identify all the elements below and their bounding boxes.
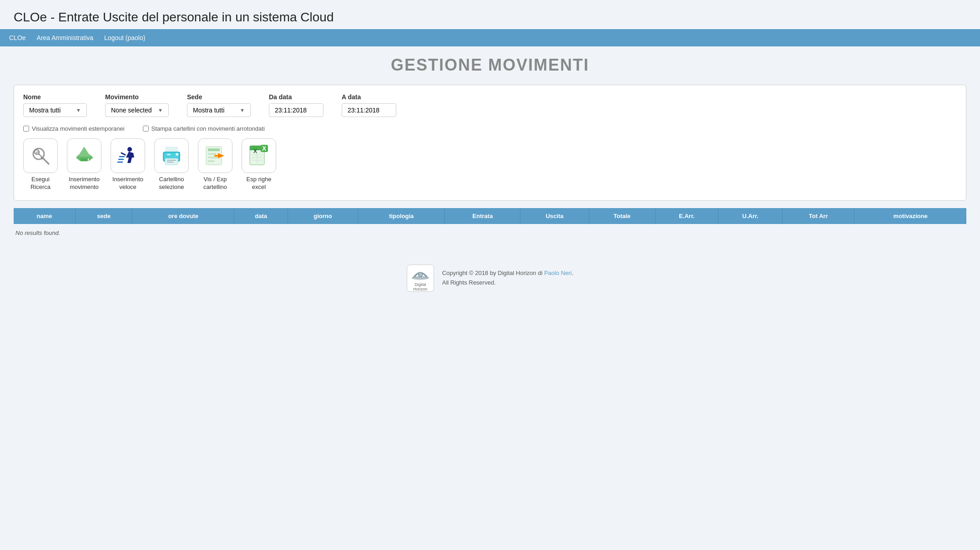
col-uarr: U.Arr. — [718, 208, 783, 224]
chevron-down-icon-3: ▼ — [240, 107, 245, 113]
checkbox-arrotondati[interactable]: Stampa cartellini con movimenti arrotond… — [143, 125, 265, 132]
inserimento-movimento-label: Inserimentomovimento — [69, 176, 100, 191]
fast-icon — [116, 144, 140, 168]
col-tipologia: tipologia — [358, 208, 445, 224]
printer-icon — [160, 144, 183, 168]
filter-a-data-input[interactable] — [342, 103, 396, 117]
action-inserimento-veloce[interactable]: Inserimentoveloce — [111, 138, 145, 191]
filter-da-data: Da data — [269, 93, 323, 117]
action-vis-exp-cartellino[interactable]: Vis / Expcartellino — [198, 138, 232, 191]
col-uscita: Uscita — [520, 208, 589, 224]
footer-copyright: Copyright © 2018 by Digital Horizon di — [442, 270, 544, 276]
svg-rect-18 — [167, 154, 171, 155]
filter-nome-label: Nome — [23, 93, 87, 101]
filter-da-data-label: Da data — [269, 93, 323, 101]
svg-point-40 — [418, 272, 423, 277]
page-title-bar: CLOe - Entrate Uscite del personale in u… — [0, 0, 980, 29]
action-esp-righe-excel[interactable]: X X Esp righeexcel — [242, 138, 276, 191]
checkbox-estemporanei-input[interactable] — [23, 126, 29, 132]
svg-line-11 — [121, 153, 125, 155]
col-entrata: Entrata — [445, 208, 520, 224]
svg-rect-25 — [208, 157, 218, 158]
svg-marker-9 — [78, 147, 91, 157]
nav-logout[interactable]: Logout (paolo) — [104, 31, 145, 45]
filter-sede-label: Sede — [187, 93, 251, 101]
col-name: name — [14, 208, 76, 224]
col-totale: Totale — [589, 208, 655, 224]
svg-point-10 — [127, 147, 132, 152]
chevron-down-icon: ▼ — [76, 107, 81, 113]
no-results-text: No results found. — [14, 224, 966, 242]
checkbox-arrotondati-label: Stampa cartellini con movimenti arrotond… — [152, 125, 265, 132]
col-totarr: Tot Arr — [783, 208, 854, 224]
checkbox-estemporanei-label: Visualizza movimenti estemporanei — [32, 125, 125, 132]
col-data: data — [234, 208, 288, 224]
filter-movimento-dropdown[interactable]: None selected ▼ — [105, 103, 169, 117]
checkbox-row: Visualizza movimenti estemporanei Stampa… — [23, 125, 957, 132]
svg-rect-23 — [208, 148, 220, 151]
inserimento-veloce-icon-box — [111, 138, 145, 173]
inserimento-movimento-icon-box — [67, 138, 101, 173]
checkbox-estemporanei[interactable]: Visualizza movimenti estemporanei — [23, 125, 125, 132]
col-giorno: giorno — [288, 208, 358, 224]
table-header: name sede ore dovute data giorno tipolog… — [14, 208, 966, 224]
excel-icon: X X — [247, 144, 271, 168]
table-row-empty: No results found. — [14, 224, 966, 242]
filter-movimento-label: Movimento — [105, 93, 169, 101]
svg-rect-17 — [165, 158, 178, 165]
esp-righe-excel-icon-box: X X — [242, 138, 276, 173]
filter-sede-dropdown[interactable]: Mostra tutti ▼ — [187, 103, 251, 117]
visexp-icon — [203, 144, 227, 168]
footer-text: Copyright © 2018 by Digital Horizon di P… — [442, 269, 574, 288]
checkbox-arrotondati-input[interactable] — [143, 126, 149, 132]
svg-rect-24 — [208, 153, 216, 155]
filter-row-1: Nome Mostra tutti ▼ Movimento None selec… — [23, 93, 957, 117]
svg-point-19 — [176, 153, 178, 156]
footer-logo: Digital Horizon — [407, 265, 434, 292]
results-table: name sede ore dovute data giorno tipolog… — [14, 208, 966, 242]
section-title: GESTIONE MOVIMENTI — [14, 56, 966, 75]
svg-line-1 — [43, 158, 49, 164]
action-cartellino-selezione[interactable]: Cartellinoselezione — [154, 138, 189, 191]
col-ore-dovute: ore dovute — [132, 208, 234, 224]
filter-a-data-label: A data — [342, 93, 396, 101]
actions-row: EseguiRicerca Inserimentomovimento — [23, 138, 957, 191]
footer-logo-text: Digital Horizon — [407, 282, 434, 291]
table-body: No results found. — [14, 224, 966, 242]
footer: Digital Horizon Copyright © 2018 by Digi… — [0, 251, 980, 306]
esegui-ricerca-label: EseguiRicerca — [30, 176, 51, 191]
movement-icon — [72, 144, 96, 168]
svg-rect-26 — [208, 160, 214, 162]
cartellino-selezione-icon-box — [154, 138, 189, 173]
filter-box: Nome Mostra tutti ▼ Movimento None selec… — [14, 85, 966, 201]
col-earr: E.Arr. — [655, 208, 718, 224]
nav-cloe[interactable]: CLOe — [9, 31, 26, 45]
digital-horizon-logo — [410, 265, 430, 282]
vis-exp-icon-box — [198, 138, 232, 173]
footer-author-link[interactable]: Paolo Neri — [544, 270, 572, 276]
svg-text:X: X — [253, 148, 257, 154]
col-sede: sede — [76, 208, 132, 224]
esegui-ricerca-icon-box — [23, 138, 58, 173]
svg-text:X: X — [262, 145, 267, 152]
vis-exp-cartellino-label: Vis / Expcartellino — [203, 176, 227, 191]
main-title: CLOe - Entrate Uscite del personale in u… — [0, 0, 980, 29]
nav-area-amm[interactable]: Area Amministrativa — [37, 31, 93, 45]
chevron-down-icon-2: ▼ — [158, 107, 163, 113]
cartellino-selezione-label: Cartellinoselezione — [159, 176, 184, 191]
footer-rights: All Rights Reserved. — [442, 278, 574, 288]
filter-sede: Sede Mostra tutti ▼ — [187, 93, 251, 117]
filter-a-data: A data — [342, 93, 396, 117]
inserimento-veloce-label: Inserimentoveloce — [112, 176, 143, 191]
esp-righe-excel-label: Esp righeexcel — [247, 176, 272, 191]
col-motivazione: motivazione — [854, 208, 966, 224]
navbar: CLOe Area Amministrativa Logout (paolo) — [0, 29, 980, 46]
filter-movimento: Movimento None selected ▼ — [105, 93, 169, 117]
filter-nome-dropdown[interactable]: Mostra tutti ▼ — [23, 103, 87, 117]
main-content: GESTIONE MOVIMENTI Nome Mostra tutti ▼ M… — [0, 46, 980, 251]
filter-nome: Nome Mostra tutti ▼ — [23, 93, 87, 117]
search-icon — [30, 145, 51, 167]
action-inserimento-movimento[interactable]: Inserimentomovimento — [67, 138, 101, 191]
action-esegui-ricerca[interactable]: EseguiRicerca — [23, 138, 58, 191]
filter-da-data-input[interactable] — [269, 103, 323, 117]
